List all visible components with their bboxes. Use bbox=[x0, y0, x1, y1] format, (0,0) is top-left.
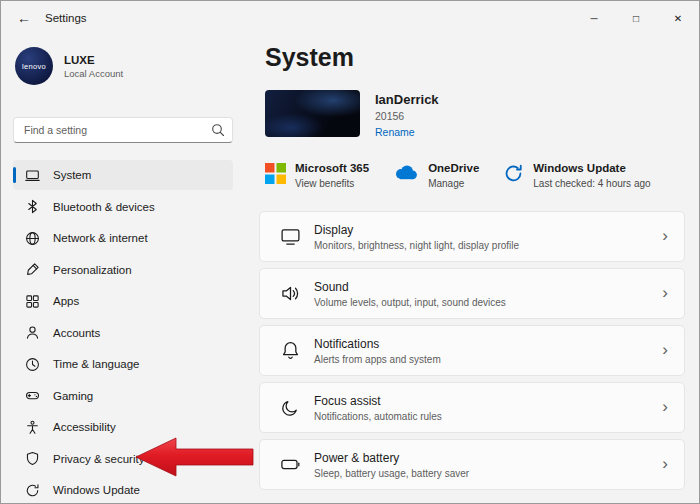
chevron-right-icon: › bbox=[662, 284, 668, 304]
search-box bbox=[13, 117, 233, 143]
settings-window: ← Settings ─ □ ✕ lenovo LUXE Local Accou… bbox=[0, 0, 700, 504]
card-title: Sound bbox=[314, 280, 506, 294]
close-button[interactable]: ✕ bbox=[657, 1, 699, 35]
quick-link-title: OneDrive bbox=[428, 162, 479, 174]
card-subtitle: Volume levels, output, input, sound devi… bbox=[314, 297, 506, 308]
clock-icon bbox=[25, 357, 40, 372]
sidebar-item-label: Accessibility bbox=[53, 421, 116, 433]
sidebar-item-label: Bluetooth & devices bbox=[53, 201, 155, 213]
quick-link-title: Microsoft 365 bbox=[295, 162, 369, 174]
person-icon bbox=[25, 325, 40, 340]
globe-icon bbox=[25, 231, 40, 246]
settings-card-power-battery[interactable]: Power & battery Sleep, battery usage, ba… bbox=[259, 439, 685, 490]
quick-links-row: Microsoft 365 View benefits OneDrive Man… bbox=[259, 162, 685, 189]
sidebar-item-accessibility[interactable]: Accessibility bbox=[13, 412, 233, 442]
settings-cards: Display Monitors, brightness, night ligh… bbox=[259, 211, 685, 490]
gamepad-icon bbox=[25, 388, 40, 403]
sidebar-item-bluetooth-devices[interactable]: Bluetooth & devices bbox=[13, 192, 233, 222]
card-title: Display bbox=[314, 223, 519, 237]
sidebar-item-label: Privacy & security bbox=[53, 453, 144, 465]
maximize-button[interactable]: □ bbox=[615, 1, 657, 35]
window-title: Settings bbox=[45, 12, 87, 24]
sidebar-item-label: Accounts bbox=[53, 327, 100, 339]
search-input[interactable] bbox=[13, 117, 233, 143]
system-icon bbox=[25, 168, 40, 183]
main-content: System IanDerrick 20156 Rename Microsoft… bbox=[249, 35, 699, 504]
quick-link-title: Windows Update bbox=[533, 162, 650, 174]
settings-card-focus-assist[interactable]: Focus assist Notifications, automatic ru… bbox=[259, 382, 685, 433]
sidebar-item-label: Time & language bbox=[53, 358, 140, 370]
back-button[interactable]: ← bbox=[17, 10, 35, 26]
chevron-right-icon: › bbox=[662, 455, 668, 475]
account-type: Local Account bbox=[64, 68, 123, 79]
chevron-right-icon: › bbox=[662, 227, 668, 247]
speaker-icon bbox=[280, 283, 314, 304]
battery-icon bbox=[280, 454, 314, 475]
sidebar-item-accounts[interactable]: Accounts bbox=[13, 318, 233, 348]
manage-link[interactable]: Manage bbox=[428, 178, 479, 189]
update-icon bbox=[25, 483, 40, 498]
card-subtitle: Alerts from apps and system bbox=[314, 354, 441, 365]
brush-icon bbox=[25, 262, 40, 277]
quick-link-onedrive: OneDrive Manage bbox=[393, 162, 479, 189]
chevron-right-icon: › bbox=[662, 398, 668, 418]
window-controls: ─ □ ✕ bbox=[573, 1, 699, 35]
minimize-button[interactable]: ─ bbox=[573, 1, 615, 35]
quick-link-windows-update: Windows Update Last checked: 4 hours ago bbox=[503, 162, 650, 189]
device-name: IanDerrick bbox=[375, 92, 439, 107]
sidebar-item-personalization[interactable]: Personalization bbox=[13, 255, 233, 285]
sidebar-item-windows-update[interactable]: Windows Update bbox=[13, 475, 233, 504]
apps-grid-icon bbox=[25, 294, 40, 309]
sidebar-nav: System Bluetooth & devices Network & int… bbox=[13, 160, 233, 504]
device-image bbox=[265, 90, 360, 137]
shield-icon bbox=[25, 451, 40, 466]
settings-card-sound[interactable]: Sound Volume levels, output, input, soun… bbox=[259, 268, 685, 319]
chevron-right-icon: › bbox=[662, 341, 668, 361]
card-subtitle: Sleep, battery usage, battery saver bbox=[314, 468, 469, 479]
settings-card-notifications[interactable]: Notifications Alerts from apps and syste… bbox=[259, 325, 685, 376]
windows-update-icon bbox=[503, 163, 524, 188]
sidebar-item-network-internet[interactable]: Network & internet bbox=[13, 223, 233, 253]
display-icon bbox=[280, 226, 314, 247]
sidebar-item-label: Network & internet bbox=[53, 232, 148, 244]
account-button[interactable]: lenovo LUXE Local Account bbox=[13, 41, 233, 91]
card-subtitle: Monitors, brightness, night light, displ… bbox=[314, 240, 519, 251]
moon-icon bbox=[280, 397, 314, 418]
sidebar-item-label: System bbox=[53, 169, 91, 181]
sidebar-item-label: Personalization bbox=[53, 264, 132, 276]
device-row: IanDerrick 20156 Rename bbox=[259, 90, 685, 138]
last-checked-status: Last checked: 4 hours ago bbox=[533, 178, 650, 189]
onedrive-cloud-icon bbox=[393, 163, 419, 185]
rename-link[interactable]: Rename bbox=[375, 126, 439, 138]
device-model: 20156 bbox=[375, 110, 439, 122]
account-name: LUXE bbox=[64, 54, 123, 66]
sidebar-item-system[interactable]: System bbox=[13, 160, 233, 190]
sidebar-item-apps[interactable]: Apps bbox=[13, 286, 233, 316]
sidebar-item-label: Apps bbox=[53, 295, 79, 307]
bluetooth-icon bbox=[25, 199, 40, 214]
bell-icon bbox=[280, 340, 314, 361]
card-title: Focus assist bbox=[314, 394, 442, 408]
view-benefits-link[interactable]: View benefits bbox=[295, 178, 369, 189]
card-title: Power & battery bbox=[314, 451, 469, 465]
sidebar: lenovo LUXE Local Account System bbox=[1, 35, 249, 504]
sidebar-item-label: Gaming bbox=[53, 390, 93, 402]
settings-card-display[interactable]: Display Monitors, brightness, night ligh… bbox=[259, 211, 685, 262]
page-title: System bbox=[259, 43, 685, 72]
search-icon bbox=[211, 123, 225, 137]
lenovo-logo-avatar: lenovo bbox=[15, 47, 53, 85]
sidebar-item-privacy-security[interactable]: Privacy & security bbox=[13, 444, 233, 474]
accessibility-icon bbox=[25, 420, 40, 435]
sidebar-item-time-language[interactable]: Time & language bbox=[13, 349, 233, 379]
card-title: Notifications bbox=[314, 337, 441, 351]
sidebar-item-label: Windows Update bbox=[53, 484, 140, 496]
titlebar: ← Settings ─ □ ✕ bbox=[1, 1, 699, 35]
card-subtitle: Notifications, automatic rules bbox=[314, 411, 442, 422]
quick-link-microsoft365: Microsoft 365 View benefits bbox=[265, 162, 369, 189]
sidebar-item-gaming[interactable]: Gaming bbox=[13, 381, 233, 411]
microsoft-logo-icon bbox=[265, 163, 286, 188]
